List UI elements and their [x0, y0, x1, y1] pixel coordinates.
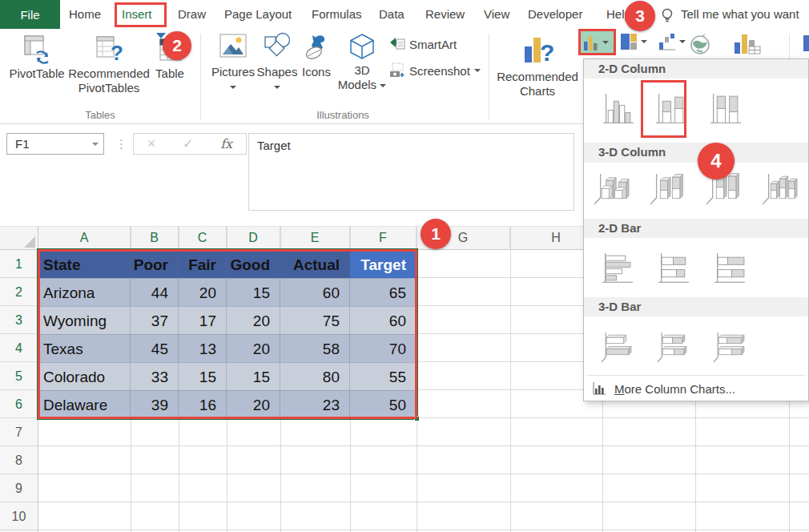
thumb-stacked-column[interactable]	[651, 91, 689, 128]
column-header-c[interactable]: C	[179, 226, 227, 250]
cell-a1[interactable]: State	[38, 250, 131, 278]
row-header-7[interactable]: 7	[0, 418, 38, 446]
3d-models-button[interactable]: 3D Models	[336, 32, 388, 92]
row-header-2[interactable]: 2	[0, 278, 38, 306]
tab-draw[interactable]: Draw	[178, 0, 206, 29]
tab-data[interactable]: Data	[379, 0, 404, 29]
formula-bar-resize-dots[interactable]: ⋮	[115, 133, 127, 155]
cell-b4[interactable]: 45	[131, 334, 179, 362]
cell-a5[interactable]: Colorado	[38, 362, 131, 390]
tab-page-layout[interactable]: Page Layout	[224, 0, 292, 29]
name-box[interactable]: F1	[6, 133, 104, 155]
cell-d6[interactable]: 20	[227, 390, 280, 418]
tab-home[interactable]: Home	[69, 0, 101, 29]
tab-review[interactable]: Review	[425, 0, 465, 29]
thumb-3d-100-stacked-bar[interactable]	[710, 328, 748, 365]
insert-function-button[interactable]: fx	[220, 136, 232, 151]
thumb-clustered-bar[interactable]	[598, 250, 636, 288]
column-header-f[interactable]: F	[350, 226, 417, 250]
cell-b5[interactable]: 33	[131, 362, 179, 390]
cell-c1[interactable]: Fair	[179, 250, 227, 278]
cell-c6[interactable]: 16	[179, 390, 227, 418]
shapes-button[interactable]: Shapes	[256, 32, 298, 93]
thumb-3d-stacked-column[interactable]	[648, 171, 686, 208]
thumb-3d-clustered-bar[interactable]	[598, 328, 636, 365]
tab-insert[interactable]: Insert	[122, 0, 152, 29]
select-all-corner[interactable]	[0, 226, 38, 250]
cell-b2[interactable]: 44	[131, 278, 179, 306]
column-header-b[interactable]: B	[131, 226, 179, 250]
thumb-3d-clustered-column[interactable]	[592, 171, 630, 208]
pivotchart-button[interactable]	[734, 33, 761, 58]
row-header-6[interactable]: 6	[0, 390, 38, 418]
cell-d2[interactable]: 15	[227, 278, 280, 306]
3d-models-dropdown-caret	[380, 84, 386, 87]
cell-e2[interactable]: 60	[280, 278, 350, 306]
cell-e1[interactable]: Actual	[280, 250, 350, 278]
thumb-stacked-bar[interactable]	[654, 250, 692, 288]
tab-file[interactable]: File	[0, 0, 60, 29]
pictures-button[interactable]: Pictures	[210, 32, 256, 93]
thumb-3d-stacked-bar[interactable]	[654, 328, 692, 365]
cell-c3[interactable]: 17	[179, 306, 227, 334]
row-header-9[interactable]: 9	[0, 474, 38, 502]
cell-c2[interactable]: 20	[179, 278, 227, 306]
row-header-8[interactable]: 8	[0, 446, 38, 474]
cell-a3[interactable]: Wyoming	[38, 306, 131, 334]
maps-button[interactable]	[689, 34, 711, 59]
cell-e3[interactable]: 75	[280, 306, 350, 334]
cell-e6[interactable]: 23	[280, 390, 350, 418]
recommended-charts-button[interactable]: ? Recommended Charts	[495, 34, 580, 99]
column-header-e[interactable]: E	[280, 226, 350, 250]
cell-a6[interactable]: Delaware	[38, 390, 131, 418]
pivottable-button[interactable]: PivotTable	[5, 34, 69, 81]
cell-f6[interactable]: 50	[350, 390, 417, 418]
row-header-5[interactable]: 5	[0, 362, 38, 390]
cell-c4[interactable]: 13	[179, 334, 227, 362]
cell-b3[interactable]: 37	[131, 306, 179, 334]
fill-handle[interactable]	[414, 416, 420, 421]
icons-button[interactable]: Icons	[298, 32, 335, 79]
cell-a2[interactable]: Arizona	[38, 278, 131, 306]
tab-developer[interactable]: Developer	[528, 0, 582, 29]
cell-b6[interactable]: 39	[131, 390, 179, 418]
row-header-10[interactable]: 10	[0, 502, 38, 530]
cell-d4[interactable]: 20	[227, 334, 280, 362]
smartart-button[interactable]: SmartArt	[389, 37, 457, 51]
cell-e4[interactable]: 58	[280, 334, 350, 362]
cell-d3[interactable]: 20	[227, 306, 280, 334]
thumb-clustered-column[interactable]	[598, 91, 636, 128]
enter-button[interactable]: ✓	[183, 136, 193, 151]
thumb-3d-column[interactable]	[760, 171, 798, 208]
tell-me-box[interactable]: Tell me what you want	[681, 0, 799, 29]
insert-column-chart-button[interactable]	[580, 30, 614, 54]
thumb-100-stacked-bar[interactable]	[710, 250, 748, 288]
cancel-button[interactable]: ×	[147, 135, 156, 152]
cell-e5[interactable]: 80	[280, 362, 350, 390]
screenshot-button[interactable]: Screenshot	[389, 62, 481, 79]
cell-d5[interactable]: 15	[227, 362, 280, 390]
cell-a4[interactable]: Texas	[38, 334, 131, 362]
thumb-100-stacked-column[interactable]	[706, 91, 743, 128]
cell-f2[interactable]: 65	[350, 278, 417, 306]
insert-waterfall-chart-button[interactable]	[658, 33, 686, 50]
row-header-1[interactable]: 1	[0, 250, 38, 278]
cell-f1-active[interactable]: Target	[350, 250, 417, 278]
cell-f5[interactable]: 55	[350, 362, 417, 390]
insert-hierarchy-chart-button[interactable]	[620, 33, 647, 50]
cell-f4[interactable]: 70	[350, 334, 417, 362]
ribbon-tab-bar: File Home Insert Draw Page Layout Formul…	[0, 0, 809, 29]
more-column-charts-item[interactable]: More Column Charts...	[584, 377, 808, 400]
row-header-3[interactable]: 3	[0, 306, 38, 334]
row-header-4[interactable]: 4	[0, 334, 38, 362]
cell-d1[interactable]: Good	[227, 250, 280, 278]
cell-c5[interactable]: 15	[179, 362, 227, 390]
cell-f3[interactable]: 60	[350, 306, 417, 334]
cell-b1[interactable]: Poor	[131, 250, 179, 278]
tab-view[interactable]: View	[484, 0, 509, 29]
formula-bar-input[interactable]: Target	[248, 133, 574, 211]
tab-formulas[interactable]: Formulas	[312, 0, 362, 29]
column-header-d[interactable]: D	[227, 226, 280, 250]
recommended-pivottables-button[interactable]: ? Recommended PivotTables	[67, 34, 151, 95]
column-header-a[interactable]: A	[38, 226, 131, 250]
